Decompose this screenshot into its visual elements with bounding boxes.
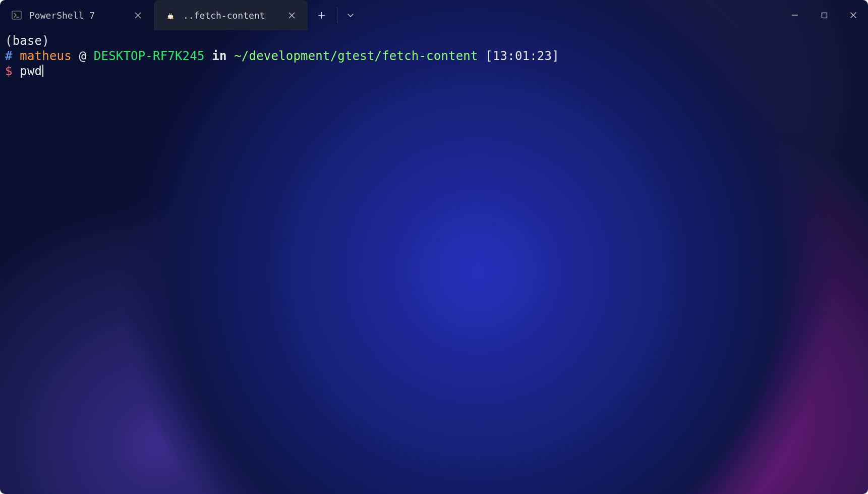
tab-label: ..fetch-content: [183, 10, 277, 21]
new-tab-button[interactable]: [308, 0, 335, 30]
close-tab-button[interactable]: [284, 8, 299, 22]
plus-icon: [318, 12, 325, 19]
minimize-icon: [791, 12, 798, 19]
close-icon: [135, 12, 141, 19]
close-tab-button[interactable]: [131, 8, 145, 22]
prompt-path: ~/development/gtest/fetch-content: [234, 49, 478, 63]
prompt-hash: #: [5, 49, 13, 63]
conda-env: (base): [5, 34, 49, 48]
svg-point-7: [169, 15, 172, 17]
tab-fetch-content[interactable]: ..fetch-content: [154, 0, 308, 30]
prompt-host: DESKTOP-RF7K245: [94, 49, 205, 63]
prompt-at: @: [79, 49, 87, 63]
titlebar: PowerShell 7: [0, 0, 868, 30]
svg-point-11: [171, 14, 171, 14]
tab-powershell[interactable]: PowerShell 7: [0, 0, 154, 30]
close-icon: [288, 12, 295, 19]
chevron-down-icon: [347, 12, 354, 19]
svg-point-10: [169, 14, 170, 14]
tab-label: PowerShell 7: [29, 10, 124, 21]
separator: [337, 7, 337, 23]
close-icon: [850, 12, 857, 19]
prompt-in: in: [212, 49, 226, 63]
titlebar-drag-region[interactable]: [362, 0, 780, 30]
minimize-button[interactable]: [780, 0, 809, 30]
prompt-user: matheus: [20, 49, 72, 63]
terminal-output[interactable]: (base) # matheus @ DESKTOP-RF7K245 in ~/…: [0, 30, 868, 494]
command-input: pwd: [20, 64, 42, 78]
prompt-dollar: $: [5, 64, 13, 78]
maximize-button[interactable]: [809, 0, 839, 30]
cursor: [42, 65, 43, 77]
maximize-icon: [821, 12, 828, 19]
linux-icon: [165, 10, 176, 21]
svg-rect-19: [822, 13, 827, 18]
prompt-time: [13:01:23]: [485, 49, 559, 63]
tab-dropdown-button[interactable]: [339, 0, 362, 30]
svg-rect-0: [12, 11, 21, 19]
terminal-window: PowerShell 7: [0, 0, 868, 494]
close-window-button[interactable]: [839, 0, 868, 30]
powershell-icon: [11, 10, 22, 21]
